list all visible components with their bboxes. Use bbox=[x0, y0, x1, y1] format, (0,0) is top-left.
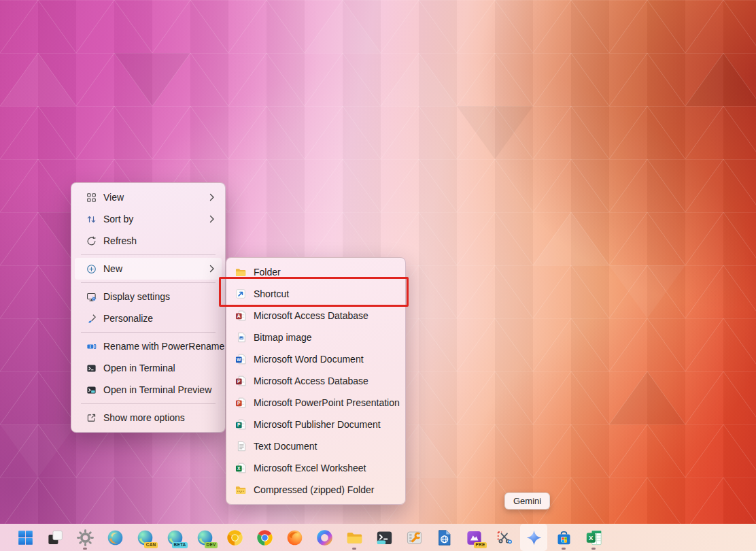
submenu-item-folder[interactable]: Folder bbox=[229, 261, 402, 283]
submenu-item-powerpoint-presentation[interactable]: PMicrosoft PowerPoint Presentation bbox=[229, 392, 402, 414]
submenu-item-bitmap-image[interactable]: Bitmap image bbox=[229, 327, 402, 348]
menu-item-label: Shortcut bbox=[254, 288, 289, 299]
svg-text:W: W bbox=[237, 357, 241, 362]
personalize-icon bbox=[86, 313, 97, 324]
menu-item-open-in-terminal[interactable]: Open in Terminal bbox=[75, 357, 222, 379]
menu-item-show-more-options[interactable]: Show more options bbox=[75, 407, 222, 429]
menu-item-label: Show more options bbox=[103, 412, 185, 423]
shortcut-icon bbox=[235, 288, 247, 300]
menu-item-display-settings[interactable]: Display settings bbox=[75, 286, 222, 307]
menu-item-label: Folder bbox=[254, 267, 281, 278]
taskbar-microsoft-store-button[interactable] bbox=[550, 524, 577, 551]
taskbar-snipping-tool-button[interactable] bbox=[490, 524, 517, 551]
menu-item-personalize[interactable]: Personalize bbox=[75, 307, 222, 329]
menu-item-label: Microsoft Excel Worksheet bbox=[254, 463, 366, 473]
terminal-icon bbox=[375, 529, 394, 547]
chrome-canary-icon bbox=[226, 529, 244, 547]
start-icon bbox=[16, 529, 35, 547]
snipping-tool-icon bbox=[495, 529, 513, 547]
taskbar-chrome-canary-button[interactable] bbox=[221, 524, 248, 551]
taskbar-terminal-button[interactable] bbox=[371, 524, 398, 551]
submenu-item-text-document[interactable]: Text Document bbox=[229, 435, 402, 457]
terminal-preview-icon bbox=[86, 384, 97, 396]
folder-icon bbox=[235, 266, 247, 278]
taskbar-files-app-button[interactable] bbox=[41, 524, 69, 551]
taskbar-powertoys-button[interactable] bbox=[400, 524, 428, 551]
taskbar-gemini-button[interactable] bbox=[520, 524, 547, 551]
menu-separator bbox=[81, 403, 216, 404]
chevron-right-icon bbox=[209, 215, 215, 223]
menu-item-label: Rename with PowerRename bbox=[103, 341, 224, 352]
office-preview-badge: PRE bbox=[474, 542, 487, 549]
menu-item-label: Microsoft Publisher Document bbox=[254, 419, 381, 430]
publisher-icon: P bbox=[235, 418, 247, 431]
chrome-icon bbox=[256, 529, 274, 547]
excel-icon: X bbox=[585, 529, 603, 547]
menu-item-label: View bbox=[103, 192, 124, 203]
svg-text:P: P bbox=[237, 422, 241, 427]
access-icon: A bbox=[235, 310, 247, 322]
taskbar-html-document-button[interactable] bbox=[430, 524, 458, 551]
submenu-item-excel-worksheet[interactable]: XMicrosoft Excel Worksheet bbox=[229, 457, 402, 479]
menu-separator bbox=[81, 254, 216, 255]
submenu-item-access-database[interactable]: AMicrosoft Access Database bbox=[229, 305, 402, 327]
menu-item-label: Open in Terminal bbox=[103, 363, 175, 373]
menu-item-label: Display settings bbox=[103, 291, 170, 302]
menu-item-label: Open in Terminal Preview bbox=[103, 384, 211, 395]
new-submenu: FolderShortcutAMicrosoft Access Database… bbox=[226, 257, 406, 505]
menu-item-label: Bitmap image bbox=[254, 332, 312, 343]
taskbar-settings-button[interactable] bbox=[71, 524, 99, 551]
taskbar-edge-insider-button[interactable] bbox=[101, 524, 128, 551]
taskbar-excel-button[interactable]: X bbox=[580, 524, 607, 551]
firefox-icon bbox=[286, 529, 304, 547]
taskbar-edge-beta-button[interactable]: BETA bbox=[161, 524, 188, 551]
files-app-icon bbox=[46, 529, 65, 547]
edge-beta-badge: BETA bbox=[172, 542, 188, 549]
menu-item-open-in-terminal-preview[interactable]: Open in Terminal Preview bbox=[75, 379, 222, 401]
menu-item-new[interactable]: New bbox=[75, 258, 222, 280]
refresh-icon bbox=[86, 235, 97, 247]
taskbar-firefox-button[interactable] bbox=[281, 524, 308, 551]
taskbar-edge-canary-button[interactable]: CAN bbox=[131, 524, 158, 551]
menu-item-sort-by[interactable]: Sort by bbox=[75, 208, 222, 230]
menu-item-label: Refresh bbox=[103, 235, 137, 246]
submenu-item-shortcut[interactable]: Shortcut bbox=[229, 283, 402, 305]
textdoc-icon bbox=[235, 440, 247, 452]
html-document-icon bbox=[435, 529, 453, 547]
chevron-right-icon bbox=[209, 265, 215, 273]
menu-item-label: Microsoft Word Document bbox=[254, 354, 364, 365]
menu-separator bbox=[81, 332, 216, 333]
taskbar-chrome-button[interactable] bbox=[251, 524, 278, 551]
submenu-item-publisher-document[interactable]: PMicrosoft Publisher Document bbox=[229, 414, 402, 435]
taskbar-copilot-button[interactable] bbox=[311, 524, 338, 551]
taskbar-edge-dev-button[interactable]: DEV bbox=[191, 524, 218, 551]
edge-canary-badge: CAN bbox=[144, 542, 158, 549]
running-indicator-dot bbox=[562, 548, 566, 550]
edge-insider-icon bbox=[106, 529, 124, 547]
menu-item-label: Sort by bbox=[103, 214, 133, 224]
taskbar-office-preview-button[interactable]: PRE bbox=[460, 524, 487, 551]
svg-text:X: X bbox=[589, 533, 594, 541]
menu-item-rename-with-powerrename[interactable]: Rename with PowerRename bbox=[75, 335, 222, 357]
show-more-icon bbox=[86, 412, 97, 424]
submenu-item-access-database-2[interactable]: PMicrosoft Access Database bbox=[229, 370, 402, 392]
file-explorer-icon bbox=[345, 529, 364, 547]
menu-item-view[interactable]: View bbox=[75, 186, 222, 208]
svg-text:P: P bbox=[237, 401, 241, 405]
taskbar-start-button[interactable] bbox=[12, 524, 39, 551]
submenu-item-word-document[interactable]: WMicrosoft Word Document bbox=[229, 348, 402, 370]
new-icon bbox=[86, 263, 97, 275]
exceldoc-icon: X bbox=[235, 462, 247, 474]
copilot-icon bbox=[315, 529, 334, 547]
menu-separator bbox=[81, 282, 216, 283]
powertoys-icon bbox=[405, 529, 424, 547]
taskbar-file-explorer-button[interactable] bbox=[341, 524, 368, 551]
project-icon: P bbox=[235, 375, 247, 387]
context-menu: ViewSort byRefreshNewDisplay settingsPer… bbox=[71, 182, 226, 433]
powerrename-icon bbox=[86, 341, 97, 352]
submenu-item-compressed-folder[interactable]: Compressed (zipped) Folder bbox=[229, 479, 402, 501]
running-indicator-dot bbox=[591, 548, 596, 550]
menu-item-refresh[interactable]: Refresh bbox=[75, 230, 222, 252]
gemini-tooltip: Gemini bbox=[504, 492, 550, 510]
display-icon bbox=[86, 291, 97, 303]
